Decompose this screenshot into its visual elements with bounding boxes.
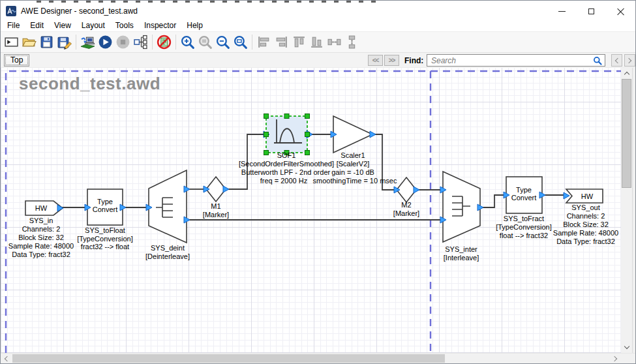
inspector-disabled-button[interactable] [155,33,173,51]
block-m2[interactable] [394,177,419,202]
block-sys-tofract[interactable]: Type Convert [504,177,545,213]
align-left-button[interactable] [255,33,273,51]
open-file-button[interactable] [20,33,38,51]
scroll-right-button[interactable] [610,354,621,363]
minimize-icon [558,11,566,12]
svg-text:SYS_toFract: SYS_toFract [504,215,544,222]
svg-text:[TypeConversion]: [TypeConversion] [496,223,552,231]
zoom-in-button[interactable] [179,33,196,51]
zoom-out-button[interactable] [214,33,232,51]
align-bottom-icon [309,35,324,50]
new-layout-button[interactable] [3,33,20,51]
toolbar [1,32,635,53]
right-edge-strip [632,68,635,353]
svg-text:Channels: 2: Channels: 2 [22,225,61,233]
svg-text:[Marker]: [Marker] [393,209,419,217]
block-sys-in[interactable]: HW [25,201,63,215]
scroll-down-button[interactable] [621,342,632,353]
zoom-selection-button[interactable] [232,33,249,51]
zoom-fit-icon [198,35,213,50]
distribute-vertical-button[interactable] [343,33,361,51]
maximize-button[interactable] [577,3,606,20]
block-sys-inter[interactable] [440,172,483,242]
save-as-icon [57,35,72,50]
find-input[interactable] [427,54,605,67]
find-next-button[interactable] [624,54,635,67]
svg-text:Sample Rate: 48000: Sample Rate: 48000 [8,242,74,250]
block-sys-in-caption: SYS_in Channels: 2 Block Size: 32 Sample… [8,217,74,258]
menu-item-inspector[interactable]: Inspector [139,20,181,31]
tab-top[interactable]: Top [4,54,29,67]
scroll-up-icon [624,72,629,77]
layout-title: second_test.awd [19,74,160,93]
vertical-scrollbar[interactable] [621,68,632,353]
find-previous-all-button[interactable]: << [368,55,383,66]
menu-item-edit[interactable]: Edit [25,20,49,31]
propagate-changes-icon [133,35,148,50]
search-icon[interactable] [593,56,602,65]
block-sys-tofloat[interactable]: Type Convert [85,189,126,225]
scroll-left-icon [5,356,10,361]
menu-item-view[interactable]: View [49,20,76,31]
svg-text:Type: Type [516,186,532,194]
scroll-right-icon [612,356,617,361]
inspector-disabled-icon [157,35,172,50]
menu-item-help[interactable]: Help [181,20,208,31]
wire-inter-tofract[interactable] [480,195,506,207]
svg-text:HW: HW [581,192,594,200]
save-button[interactable] [38,33,55,51]
connect-target-button[interactable] [79,33,97,51]
menu-item-tools[interactable]: Tools [110,20,139,31]
svg-text:[Deinterleave]: [Deinterleave] [145,252,190,260]
block-m1[interactable] [204,177,229,202]
propagate-changes-button[interactable] [132,33,149,51]
svg-text:Data Type: fract32: Data Type: fract32 [556,237,615,245]
svg-text:SYS_in: SYS_in [29,217,53,224]
svg-text:Block Size: 32: Block Size: 32 [18,234,64,241]
block-sys-inter-caption: SYS_inter [Interleave] [444,245,479,262]
menu-item-file[interactable]: File [2,20,25,31]
find-previous-button[interactable] [611,54,622,67]
block-scaler1[interactable] [331,116,376,153]
menu-item-layout[interactable]: Layout [76,20,110,31]
distribute-horizontal-button[interactable] [326,33,343,51]
svg-text:Convert: Convert [93,205,118,213]
scroll-left-button[interactable] [1,354,12,363]
output-pin[interactable] [414,187,419,193]
horizontal-scrollbar[interactable] [1,353,635,363]
stop-icon [115,35,130,50]
distribute-vertical-icon [344,35,359,50]
align-bottom-button[interactable] [308,33,326,51]
layout-canvas[interactable]: second_test.awd HW SY [1,68,621,353]
save-icon [39,35,54,50]
run-icon [98,35,113,50]
stop-button[interactable] [114,33,132,51]
zoom-selection-icon [233,35,248,50]
scroll-down-icon [624,344,629,349]
input-pin[interactable] [564,192,569,199]
output-pin[interactable] [370,131,376,138]
align-right-button[interactable] [273,33,290,51]
svg-text:freq = 2000 Hz: freq = 2000 Hz [260,177,307,185]
block-sys-deint[interactable] [146,170,190,243]
clipped-background-content [37,1,376,3]
block-sys-tofract-caption: SYS_toFract [TypeConversion] float --> f… [496,215,552,239]
svg-text:Block Size: 32: Block Size: 32 [563,220,609,228]
save-as-button[interactable] [55,33,73,51]
run-button[interactable] [97,33,114,51]
find-next-all-button[interactable]: >> [384,55,399,66]
vertical-scrollbar-thumb[interactable] [622,79,631,188]
align-top-button[interactable] [290,33,308,51]
minimize-button[interactable] [547,3,577,20]
svg-text:SYS_inter: SYS_inter [445,245,477,253]
zoom-fit-button[interactable] [196,33,214,51]
block-sof1-selected[interactable] [264,114,312,155]
horizontal-scrollbar-thumb[interactable] [12,354,445,363]
scroll-up-button[interactable] [621,68,632,79]
svg-text:Butterworth LPF - 2nd order: Butterworth LPF - 2nd order [241,168,331,176]
window-title: AWE Designer - second_test.awd [21,7,547,16]
close-button[interactable] [606,3,635,20]
chevron-right-icon [626,57,631,63]
output-pin[interactable] [223,186,229,192]
block-sys-out[interactable]: HW [564,189,603,203]
